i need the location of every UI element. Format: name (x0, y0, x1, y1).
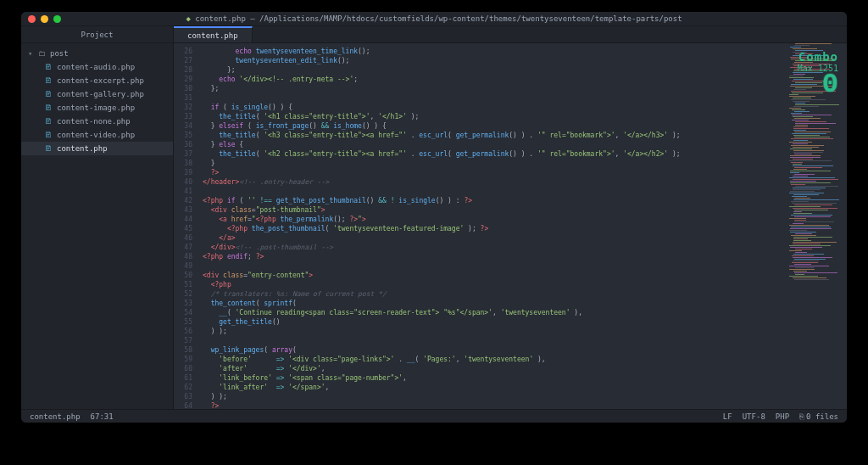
file-content-none-php[interactable]: 🖹content-none.php (21, 115, 173, 128)
file-icon: 🖹 (45, 90, 53, 98)
chevron-down-icon: ▾ (28, 49, 34, 58)
file-label: content-audio.php (57, 63, 135, 71)
tab-content-php[interactable]: content.php (174, 26, 253, 42)
status-cursor[interactable]: 67:31 (91, 412, 114, 421)
line-gutter[interactable]: 2627282930313233343536373839404142434445… (174, 43, 198, 409)
code-editor[interactable]: echo twentyseventeen_time_link(); twenty… (198, 43, 847, 409)
status-eol[interactable]: LF (723, 412, 732, 421)
status-files[interactable]: ⎘ 0 files (799, 412, 838, 421)
status-bar: content.php 67:31 LF UTF-8 PHP ⎘ 0 files (21, 409, 847, 423)
folder-icon: 🗀 (38, 49, 46, 58)
combo-count: 0 (798, 73, 838, 97)
combo-meter: Combo Max 1251 0 (798, 50, 838, 97)
file-icon: ◆ (186, 14, 190, 23)
file-content-excerpt-php[interactable]: 🖹content-excerpt.php (21, 74, 173, 87)
file-icon: 🖹 (45, 117, 53, 126)
folder-post[interactable]: ▾ 🗀 post (21, 47, 173, 60)
editor-pane: content.php 2627282930313233343536373839… (174, 26, 847, 409)
file-label: content-image.php (57, 104, 135, 112)
combo-title: Combo (798, 50, 838, 64)
file-label: content-video.php (57, 131, 135, 139)
project-sidebar: Project ▾ 🗀 post 🖹content-audio.php🖹cont… (21, 26, 174, 409)
status-encoding[interactable]: UTF-8 (743, 412, 765, 421)
window-title: ◆ content.php — /Applications/MAMP/htdoc… (21, 14, 847, 23)
minimap[interactable]: Combo Max 1251 0 (787, 43, 847, 409)
file-tree: ▾ 🗀 post 🖹content-audio.php🖹content-exce… (21, 43, 173, 159)
status-filename[interactable]: content.php (30, 412, 81, 421)
tab-bar: content.php (174, 26, 847, 43)
file-icon: 🖹 (45, 63, 53, 71)
file-content-gallery-php[interactable]: 🖹content-gallery.php (21, 87, 173, 101)
file-label: content.php (57, 144, 108, 153)
file-label: content-excerpt.php (57, 76, 144, 85)
file-content-audio-php[interactable]: 🖹content-audio.php (21, 60, 173, 74)
file-label: content-gallery.php (57, 90, 144, 98)
folder-label: post (50, 49, 69, 58)
titlebar[interactable]: ◆ content.php — /Applications/MAMP/htdoc… (21, 12, 847, 26)
file-content-image-php[interactable]: 🖹content-image.php (21, 101, 173, 115)
file-icon: 🖹 (45, 131, 53, 139)
project-panel-tab[interactable]: Project (21, 26, 173, 43)
file-content-video-php[interactable]: 🖹content-video.php (21, 128, 173, 142)
file-icon: 🖹 (45, 144, 53, 153)
file-icon: 🖹 (45, 76, 53, 85)
file-icon: 🖹 (45, 104, 53, 112)
file-label: content-none.php (57, 117, 131, 126)
status-language[interactable]: PHP (776, 412, 789, 421)
file-content-php[interactable]: 🖹content.php (21, 142, 173, 155)
editor-window: ◆ content.php — /Applications/MAMP/htdoc… (21, 12, 847, 423)
git-icon: ⎘ (799, 412, 804, 421)
